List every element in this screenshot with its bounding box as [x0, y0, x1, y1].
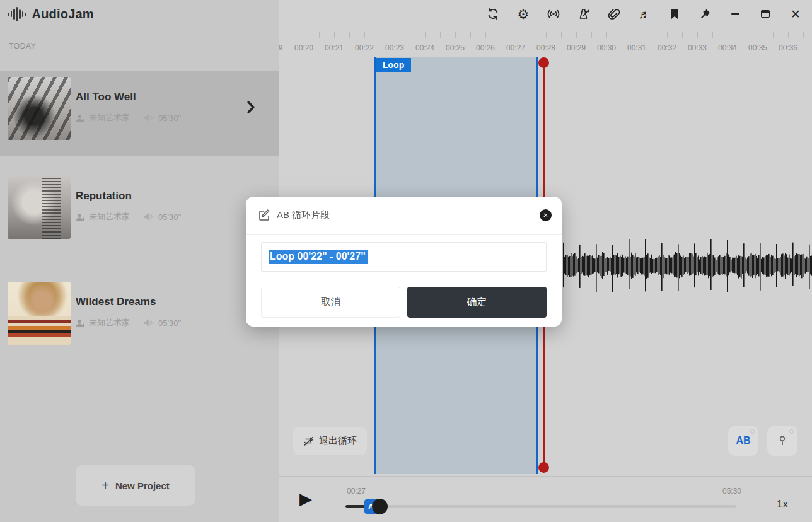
ruler-tick	[728, 32, 728, 38]
ruler-tick	[334, 32, 335, 38]
exit-loop-button[interactable]: 退出循环	[293, 427, 367, 455]
confirm-button[interactable]: 确定	[407, 287, 547, 318]
ruler-tick	[485, 32, 486, 38]
artist-name: 未知艺术家	[89, 112, 130, 124]
close-window-icon[interactable]: ✕	[780, 0, 811, 28]
ruler-tick	[289, 32, 289, 38]
artist-name: 未知艺术家	[89, 211, 130, 223]
timeline-label: 00:29	[567, 44, 586, 52]
playhead-knob-top[interactable]	[538, 57, 549, 68]
song-title: Reputation	[76, 190, 132, 202]
timeline-label: 00:30	[597, 44, 616, 52]
timeline-label: 00:35	[748, 44, 767, 52]
timeline-label: 9	[279, 44, 283, 52]
ab-loop-label: AB	[736, 435, 750, 446]
song-item-wildest-dreams[interactable]: Wildest Dreams 未知艺术家 05'30"	[0, 276, 279, 361]
timeline-label: 00:27	[506, 44, 525, 52]
titlebar: ⚙ ♬ ✕	[478, 0, 812, 28]
ruler-tick	[788, 32, 789, 38]
song-meta: 未知艺术家 05'30"	[76, 317, 181, 328]
duration-wave-icon	[144, 318, 154, 327]
dialog-header: AB 循环片段	[246, 197, 562, 235]
duration-wave-icon	[144, 113, 154, 122]
timeline-label: 00:36	[779, 44, 798, 52]
today-section-label: TODAY	[9, 42, 36, 50]
ruler-tick	[758, 32, 758, 38]
timeline-label: 00:20	[294, 44, 313, 52]
music-note-icon[interactable]: ♬	[629, 0, 659, 28]
dialog-title: AB 循环片段	[277, 209, 330, 221]
song-title: All Too Well	[76, 91, 136, 103]
corner-indicator	[750, 429, 755, 434]
current-time: 00:27	[347, 487, 366, 496]
app-title: AudioJam	[32, 7, 94, 21]
waveform-logo-icon	[8, 6, 26, 21]
song-item-all-too-well[interactable]: All Too Well 未知艺术家 05'30"	[0, 71, 279, 156]
attachment-paperclip-icon[interactable]	[599, 0, 629, 28]
dialog-close-icon[interactable]: ✕	[540, 209, 552, 221]
sidebar: AudioJam TODAY All Too Well 未知艺术家 05'30"…	[0, 0, 279, 522]
plus-icon: +	[102, 478, 109, 493]
chevron-right-icon[interactable]	[246, 100, 255, 117]
ruler-tick	[501, 32, 501, 38]
album-art-wildest-dreams	[8, 282, 71, 345]
ruler-tick	[591, 32, 592, 38]
edit-icon	[258, 209, 270, 221]
song-duration: 05'30"	[158, 212, 181, 222]
loop-name-selected-text: Loop 00'22" - 00'27"	[269, 250, 368, 264]
play-button[interactable]: ▶	[294, 486, 317, 511]
corner-indicator	[789, 429, 794, 434]
artist-name: 未知艺术家	[89, 317, 130, 328]
song-duration: 05'30"	[158, 318, 181, 328]
song-meta: 未知艺术家 05'30"	[76, 112, 181, 124]
timeline-label: 00:33	[688, 44, 707, 52]
ruler-tick	[380, 32, 380, 38]
ruler-tick	[561, 32, 562, 38]
playback-speed[interactable]: 1x	[777, 498, 788, 511]
ab-loop-button[interactable]: AB	[728, 426, 758, 456]
cancel-button[interactable]: 取消	[261, 287, 400, 318]
player-divider	[333, 477, 334, 522]
ruler-tick	[697, 32, 698, 38]
new-project-button[interactable]: + New Project	[76, 465, 195, 506]
ruler-tick	[803, 32, 804, 38]
timeline-label: 00:32	[658, 44, 676, 52]
ruler-tick	[743, 32, 743, 38]
song-meta: 未知艺术家 05'30"	[76, 211, 181, 223]
settings-gear-icon[interactable]: ⚙	[508, 0, 538, 28]
sync-icon[interactable]	[478, 0, 508, 28]
song-item-reputation[interactable]: Reputation 未知艺术家 05'30"	[0, 170, 279, 255]
new-project-label: New Project	[115, 480, 170, 491]
ruler-tick	[470, 32, 471, 38]
playhead-knob-bottom[interactable]	[538, 462, 549, 473]
pitch-pin-button[interactable]	[767, 426, 798, 456]
ruler-tick	[455, 32, 456, 38]
exit-loop-label: 退出循环	[319, 435, 357, 447]
app-logo: AudioJam	[8, 6, 94, 21]
loop-name-input[interactable]: Loop 00'22" - 00'27"	[261, 242, 547, 272]
ruler-tick	[516, 32, 516, 38]
ruler-tick	[773, 32, 774, 38]
ruler-tick	[637, 32, 637, 38]
minimize-icon[interactable]	[720, 0, 750, 28]
timeline-label: 00:28	[536, 44, 555, 52]
maximize-icon[interactable]	[750, 0, 780, 28]
seek-slider[interactable]: A	[345, 505, 736, 508]
ruler-tick	[425, 32, 426, 38]
pin-icon[interactable]	[690, 0, 720, 28]
ruler-tick	[349, 32, 350, 38]
bookmark-icon[interactable]	[659, 0, 690, 28]
ruler-tick	[364, 32, 365, 38]
album-art-all-too-well	[8, 77, 71, 140]
seek-slider-thumb[interactable]	[372, 499, 388, 514]
timeline-label: 00:31	[627, 44, 646, 52]
audio-waveform	[563, 239, 812, 292]
timeline-label: 00:25	[446, 44, 465, 52]
timeline-label: 00:26	[476, 44, 495, 52]
timeline-label: 00:21	[325, 44, 344, 52]
ruler-tick	[410, 32, 410, 38]
metronome-icon[interactable]	[569, 0, 599, 28]
pin-marker-icon	[777, 435, 788, 446]
broadcast-icon[interactable]	[538, 0, 569, 28]
ruler-tick	[606, 32, 607, 38]
